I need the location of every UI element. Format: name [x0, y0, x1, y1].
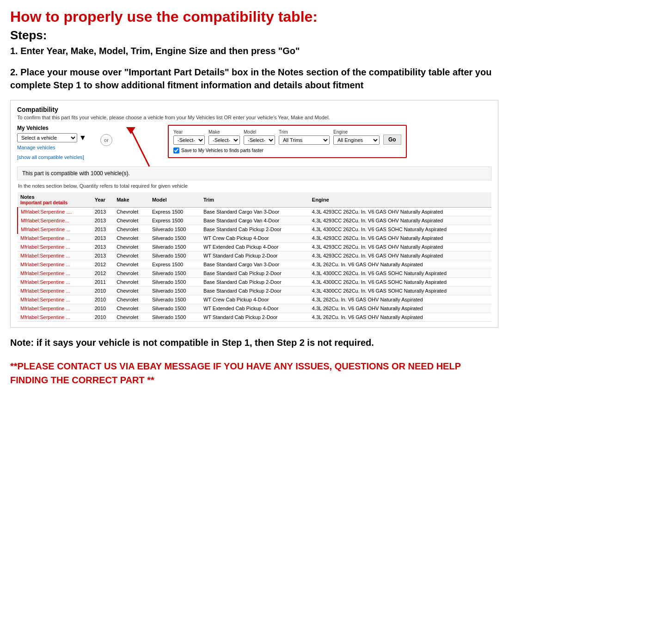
notes-cell: Mfrlabel:Serpentine ...: [18, 269, 92, 278]
show-all-link[interactable]: [show all compatible vehicles]: [17, 154, 84, 160]
model-cell: Silverado 1500: [149, 234, 201, 243]
notes-cell: Mfrlabel:Serpentine ...: [18, 260, 92, 269]
trim-cell: WT Extended Cab Pickup 4-Door: [201, 243, 309, 251]
year-cell: 2013: [92, 251, 114, 260]
compat-title: Compatibility: [17, 106, 491, 113]
model-select[interactable]: -Select-: [244, 135, 275, 145]
notes-cell: Mfrlabel:Serpentine ...: [18, 295, 92, 304]
table-row: Mfrlabel:Serpentine ...2010ChevroletSilv…: [18, 295, 491, 304]
step1-text: 1. Enter Year, Make, Model, Trim, Engine…: [10, 44, 498, 57]
engine-cell: 4.3L 4293CC 262Cu. In. V6 GAS OHV Natura…: [309, 216, 491, 225]
table-row: Mfrlabel:Serpentine ...2010ChevroletSilv…: [18, 287, 491, 295]
year-cell: 2010: [92, 304, 114, 313]
engine-cell: 4.3L 4300CC 262Cu. In. V6 GAS SOHC Natur…: [309, 269, 491, 278]
engine-select[interactable]: All Engines: [333, 135, 380, 145]
year-cell: 2013: [92, 225, 114, 234]
step2-text: 2. Place your mouse over "Important Part…: [10, 66, 498, 92]
vehicle-select[interactable]: Select a vehicle: [17, 133, 77, 142]
table-row: Mfrlabel:Serpentine ...2012ChevroletSilv…: [18, 269, 491, 278]
table-row: Mfrlabel:Serpentine ...2011ChevroletSilv…: [18, 278, 491, 287]
table-row: Mfrlabel:Serpentine ...2010ChevroletSilv…: [18, 304, 491, 313]
save-checkbox-label: Save to My Vehicles to finds parts faste…: [181, 148, 264, 153]
model-cell: Express 1500: [149, 260, 201, 269]
model-cell: Silverado 1500: [149, 251, 201, 260]
make-select[interactable]: -Select-: [208, 135, 240, 145]
notes-cell: Mfrlabel:Serpentine ...: [18, 287, 92, 295]
notes-cell: Mfrlabel:Serpentine ...: [18, 304, 92, 313]
notes-cell: Mfrlabel:Serpentine...: [18, 216, 92, 225]
model-cell: Silverado 1500: [149, 304, 201, 313]
engine-cell: 4.3L 262Cu. In. V6 GAS OHV Naturally Asp…: [309, 304, 491, 313]
table-row: Mfrlabel:Serpentine ...2010ChevroletSilv…: [18, 313, 491, 322]
engine-header: Engine: [309, 192, 491, 208]
make-cell: Chevrolet: [114, 243, 149, 251]
save-checkbox[interactable]: [173, 147, 179, 153]
notes-cell: Mfrlabel:Serpentine ...: [18, 313, 92, 322]
table-row: Mfrlabel:Serpentine...2013ChevroletExpre…: [18, 216, 491, 225]
year-header: Year: [92, 192, 114, 208]
make-field: Make -Select-: [208, 129, 240, 145]
trim-cell: Base Standard Cab Pickup 2-Door: [201, 278, 309, 287]
notes-cell: Mfrlabel:Serpentine ...: [18, 234, 92, 243]
manage-vehicles-link[interactable]: Manage vehicles: [17, 145, 91, 150]
make-cell: Chevrolet: [114, 208, 149, 216]
engine-cell: 4.3L 4300CC 262Cu. In. V6 GAS SOHC Natur…: [309, 278, 491, 287]
make-cell: Chevrolet: [114, 278, 149, 287]
make-cell: Chevrolet: [114, 260, 149, 269]
model-cell: Silverado 1500: [149, 287, 201, 295]
my-vehicles-section: My Vehicles Select a vehicle ▼ Manage ve…: [17, 125, 91, 161]
engine-cell: 4.3L 262Cu. In. V6 GAS OHV Naturally Asp…: [309, 313, 491, 322]
year-cell: 2013: [92, 208, 114, 216]
model-cell: Silverado 1500: [149, 278, 201, 287]
compatible-count-bar: This part is compatible with 1000 vehicl…: [17, 166, 491, 180]
engine-cell: 4.3L 262Cu. In. V6 GAS OHV Naturally Asp…: [309, 295, 491, 304]
trim-field: Trim All Trims: [279, 129, 330, 145]
make-cell: Chevrolet: [114, 216, 149, 225]
table-row: Mfrlabel:Serpentine ...2013ChevroletSilv…: [18, 243, 491, 251]
svg-marker-1: [126, 127, 135, 134]
year-field: Year -Select-: [173, 129, 205, 145]
trim-select[interactable]: All Trims: [279, 135, 330, 145]
year-cell: 2010: [92, 287, 114, 295]
make-cell: Chevrolet: [114, 269, 149, 278]
engine-field: Engine All Engines: [333, 129, 380, 145]
year-cell: 2012: [92, 269, 114, 278]
trim-cell: WT Crew Cab Pickup 4-Door: [201, 234, 309, 243]
table-row: Mfrlabel:Serpentine ...2012ChevroletExpr…: [18, 260, 491, 269]
make-cell: Chevrolet: [114, 234, 149, 243]
make-cell: Chevrolet: [114, 251, 149, 260]
notes-cell: Mfrlabel:Serpentine ...: [18, 225, 92, 234]
engine-cell: 4.3L 4293CC 262Cu. In. V6 GAS OHV Natura…: [309, 243, 491, 251]
year-cell: 2010: [92, 295, 114, 304]
my-vehicles-label: My Vehicles: [17, 125, 91, 131]
year-select[interactable]: -Select-: [173, 135, 205, 145]
notes-cell: Mfrlabel:Serpentine ....: [18, 208, 92, 216]
engine-cell: 4.3L 4293CC 262Cu. In. V6 GAS OHV Natura…: [309, 251, 491, 260]
table-row: Mfrlabel:Serpentine ...2013ChevroletSilv…: [18, 251, 491, 260]
trim-cell: Base Standard Cab Pickup 2-Door: [201, 269, 309, 278]
year-cell: 2011: [92, 278, 114, 287]
trim-cell: WT Crew Cab Pickup 4-Door: [201, 295, 309, 304]
note-text: Note: if it says your vehicle is not com…: [10, 336, 498, 349]
trim-cell: Base Standard Cab Pickup 2-Door: [201, 287, 309, 295]
model-cell: Silverado 1500: [149, 269, 201, 278]
trim-cell: WT Standard Cab Pickup 2-Door: [201, 313, 309, 322]
steps-label: Steps:: [10, 28, 498, 43]
go-button[interactable]: Go: [383, 135, 401, 145]
model-header: Model: [149, 192, 201, 208]
svg-line-0: [131, 129, 149, 166]
trim-cell: WT Extended Cab Pickup 4-Door: [201, 304, 309, 313]
year-cell: 2013: [92, 234, 114, 243]
year-cell: 2013: [92, 216, 114, 225]
trim-header: Trim: [201, 192, 309, 208]
contact-text: **PLEASE CONTACT US VIA EBAY MESSAGE IF …: [10, 359, 498, 387]
trim-label: Trim: [279, 129, 330, 135]
model-cell: Express 1500: [149, 216, 201, 225]
engine-label: Engine: [333, 129, 380, 135]
model-cell: Silverado 1500: [149, 225, 201, 234]
or-divider: or: [100, 134, 112, 146]
model-label: Model: [244, 129, 275, 135]
notes-cell: Mfrlabel:Serpentine ...: [18, 278, 92, 287]
year-label: Year: [173, 129, 205, 135]
make-cell: Chevrolet: [114, 225, 149, 234]
